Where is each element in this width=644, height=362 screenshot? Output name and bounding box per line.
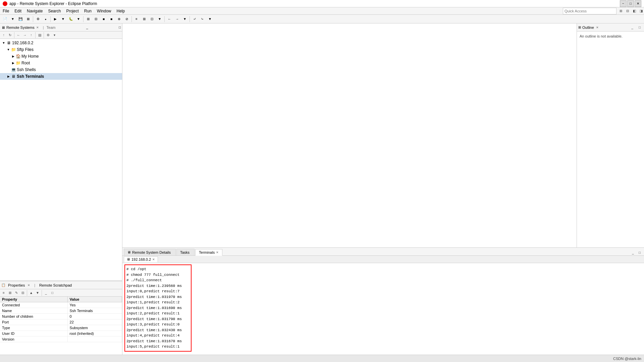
toolbar-back-btn[interactable]: ←: [166, 15, 173, 23]
toolbar-new-btn[interactable]: 📄: [1, 15, 9, 23]
left-panel: 🖥 Remote Systems ✕ | Team _ □ ↑ ↻ ← → ↑ …: [0, 23, 122, 355]
toolbar-btn26[interactable]: ▼: [206, 15, 214, 23]
scratchpad-tab[interactable]: Remote Scratchpad: [39, 283, 72, 287]
myhome-toggle[interactable]: ▶: [11, 55, 15, 58]
toolbar-btn19[interactable]: ⊡: [148, 15, 156, 23]
props-toolbar: ≡ ⊞ ✎ ⊟ ▲ ▼ _ □: [0, 289, 122, 297]
icon4[interactable]: ◨: [638, 8, 644, 14]
toolbar-btn25[interactable]: ⤷: [199, 15, 206, 23]
menu-file[interactable]: File: [0, 7, 12, 14]
menu-project[interactable]: Project: [63, 7, 81, 14]
root-folder-toggle[interactable]: ▶: [11, 61, 15, 65]
toolbar-btn10[interactable]: ▼: [75, 15, 82, 23]
app-icon: [3, 1, 7, 6]
rs-menu[interactable]: ▾: [51, 32, 57, 38]
toolbar-btn17[interactable]: ≡: [133, 15, 140, 23]
terminals-label: Ssh Terminals: [17, 74, 44, 79]
tab-remote-details[interactable]: 🖥 Remote System Details: [124, 249, 176, 255]
shells-icon: 💻: [11, 67, 16, 72]
panel-maximize[interactable]: □: [119, 25, 121, 29]
toolbar-btn20[interactable]: ▼: [156, 15, 163, 23]
tab-terminals[interactable]: Terminals ✕: [195, 249, 222, 256]
rs-btn1[interactable]: ↑: [1, 32, 7, 38]
toolbar-btn2[interactable]: ▼: [9, 15, 16, 23]
team-tab[interactable]: Team: [47, 25, 56, 29]
menu-search[interactable]: Search: [45, 7, 63, 14]
toolbar-sep5: [164, 16, 165, 22]
root-toggle[interactable]: ▼: [1, 41, 6, 45]
toolbar-debug-btn[interactable]: 🐛: [67, 15, 74, 23]
tree-myhome[interactable]: ▶ 🏠 My Home: [0, 53, 122, 60]
tab-tasks[interactable]: Tasks: [176, 249, 195, 255]
close-button[interactable]: ✕: [635, 0, 641, 7]
toolbar-btn13[interactable]: ■: [100, 15, 107, 23]
props-minimize[interactable]: _: [43, 290, 49, 296]
prop-header-property: Property: [0, 297, 67, 302]
outline-maximize[interactable]: □: [637, 24, 643, 31]
props-btn1[interactable]: ≡: [1, 290, 7, 296]
tree-root[interactable]: ▼ 🖥 192.168.0.2: [0, 40, 122, 46]
open-view-button[interactable]: ⊟: [625, 8, 631, 14]
toolbar-btn18[interactable]: ⊞: [141, 15, 148, 23]
toolbar-btn4[interactable]: ⊠: [24, 15, 32, 23]
props-btn5[interactable]: ▲: [28, 290, 34, 296]
tab-maximize-btn[interactable]: □: [637, 249, 643, 255]
props-btn3[interactable]: ✎: [13, 290, 19, 296]
remote-systems-title: Remote Systems: [6, 25, 35, 29]
menu-navigate[interactable]: Navigate: [24, 7, 45, 14]
quick-access-input[interactable]: [563, 8, 616, 14]
menu-bar: File Edit Navigate Search Project Run Wi…: [0, 7, 644, 15]
menu-help[interactable]: Help: [114, 7, 128, 14]
tree-ssh-shells[interactable]: ▶ 💻 Ssh Shells: [0, 66, 122, 73]
menu-window[interactable]: Window: [94, 7, 114, 14]
props-maximize[interactable]: □: [49, 290, 55, 296]
terminal-tab-192[interactable]: 🖥 192.168.0.2 ✕: [124, 256, 158, 262]
toolbar-btn24[interactable]: ⤶: [191, 15, 198, 23]
toolbar-btn8[interactable]: ▼: [59, 15, 67, 23]
terminal-line: input:2,predict result:1: [126, 311, 190, 316]
tree-ssh-terminals[interactable]: ▶ 🖥 Ssh Terminals: [0, 73, 122, 80]
terminals-toggle[interactable]: ▶: [6, 75, 11, 78]
props-btn4[interactable]: ⊟: [20, 290, 26, 296]
toolbar-save-btn[interactable]: 💾: [17, 15, 24, 23]
rs-settings[interactable]: ⚙: [45, 32, 51, 38]
props-btn6[interactable]: ▼: [35, 290, 41, 296]
minimize-button[interactable]: −: [620, 0, 627, 7]
rs-up[interactable]: ↑: [28, 32, 34, 38]
toolbar-btn15[interactable]: ⊕: [115, 15, 123, 23]
rs-back[interactable]: ←: [15, 32, 21, 38]
toolbar-btn14[interactable]: ■: [108, 15, 115, 23]
toolbar-btn16[interactable]: ⊘: [123, 15, 130, 23]
tab-minimize-btn[interactable]: _: [630, 249, 636, 255]
menu-edit[interactable]: Edit: [12, 7, 24, 14]
toolbar-run-btn[interactable]: ▶: [52, 15, 59, 23]
toolbar-btn5[interactable]: ⚙: [34, 15, 42, 23]
terminals-tab-close[interactable]: ✕: [216, 251, 219, 254]
panel-minimize[interactable]: _: [86, 25, 88, 29]
right-area: ⊞ Outline ✕ _ □ An outline is not availa…: [122, 23, 644, 355]
toolbar-btn6[interactable]: ⬥: [42, 15, 49, 23]
rs-fwd[interactable]: →: [22, 32, 28, 38]
terminal-content: # cd /opt# chmod 777 full_connect# ./ful…: [122, 263, 644, 355]
toolbar: 📄 ▼ 💾 ⊠ ⚙ ⬥ ▶ ▼ 🐛 ▼ ⊞ ⊟ ■ ■ ⊕ ⊘ ≡ ⊞ ⊡ ▼ …: [0, 15, 644, 23]
icon3[interactable]: ◧: [631, 8, 637, 14]
table-row: NameSsh Terminals: [0, 308, 122, 314]
rs-filter[interactable]: ▤: [37, 32, 43, 38]
toolbar-btn23[interactable]: ▼: [181, 15, 189, 23]
toolbar-sep3: [83, 16, 84, 22]
toolbar-btn11[interactable]: ⊞: [85, 15, 92, 23]
toolbar-fwd-btn[interactable]: →: [173, 15, 181, 23]
tree-root-folder[interactable]: ▶ 📁 Root: [0, 60, 122, 66]
tree-sftp[interactable]: ▼ 📁 Sftp Files: [0, 46, 122, 53]
outline-minimize[interactable]: _: [629, 24, 635, 31]
sftp-toggle[interactable]: ▼: [6, 48, 11, 51]
props-sep2: [42, 290, 42, 296]
toolbar-btn12[interactable]: ⊟: [92, 15, 100, 23]
sftp-label: Sftp Files: [17, 47, 34, 52]
open-perspective-button[interactable]: ⊞: [618, 8, 624, 14]
root-folder-icon: 📁: [15, 60, 21, 66]
menu-run[interactable]: Run: [82, 7, 94, 14]
rs-btn2[interactable]: ↻: [7, 32, 13, 38]
maximize-button[interactable]: □: [627, 0, 634, 7]
props-btn2[interactable]: ⊞: [7, 290, 13, 296]
